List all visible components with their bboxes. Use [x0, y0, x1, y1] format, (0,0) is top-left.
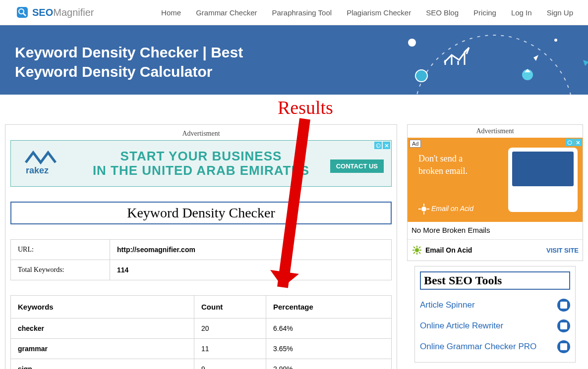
list-item: Online Article Rewriter	[420, 316, 570, 336]
device-icon	[508, 148, 578, 212]
nav-item-grammar-checker[interactable]: Grammar Checker	[196, 8, 257, 17]
tools-title-box: Best SEO Tools	[420, 271, 570, 290]
tool-link-article-rewriter[interactable]: Online Article Rewriter	[420, 321, 503, 331]
svg-point-32	[415, 248, 419, 252]
svg-marker-13	[533, 55, 538, 61]
svg-line-37	[413, 247, 415, 248]
table-row: URL: http://seomagnifier.com	[11, 240, 392, 260]
ad-brand-logo: rakez	[21, 148, 65, 179]
hero-banner: Keyword Density Checker | Best Keyword D…	[0, 25, 588, 95]
nav-item-home[interactable]: Home	[161, 8, 181, 17]
main-content: Advertisment rakez START YOUR BUSINESS I…	[5, 124, 397, 369]
svg-point-14	[554, 39, 557, 42]
svg-marker-15	[583, 60, 588, 66]
ad-close-icon[interactable]	[574, 139, 582, 146]
ad-cta-button[interactable]: CONTACT US	[330, 159, 384, 173]
tool-icon	[557, 319, 570, 332]
tool-link-article-spinner[interactable]: Article Spinner	[420, 300, 475, 310]
svg-text:rakez: rakez	[26, 165, 49, 175]
list-item: Article Spinner	[420, 295, 570, 316]
tool-title-box: Keyword Density Checker	[10, 202, 392, 224]
side-ad-container: Advertisment Ad Don't send a broken emai…	[407, 124, 583, 261]
annotation-label: Results	[278, 97, 333, 118]
hero-decoration	[390, 25, 588, 95]
side-ad-logo: Email on Acid	[418, 204, 473, 214]
ad-controls: i	[374, 142, 390, 149]
ad-label: Advertisment	[408, 127, 583, 135]
tool-icon	[557, 299, 570, 312]
ad-banner[interactable]: rakez START YOUR BUSINESS IN THE UNITED …	[10, 140, 392, 187]
ad-badge: Ad	[410, 140, 421, 148]
ad-controls	[566, 139, 582, 146]
nav-item-paraphrasing-tool[interactable]: Paraphrasing Tool	[272, 8, 332, 17]
table-row: sign 9 2.99%	[11, 359, 392, 369]
svg-rect-0	[17, 7, 28, 18]
tools-list: Article Spinner Online Article Rewriter …	[420, 295, 570, 357]
table-row: grammar 11 3.65%	[11, 339, 392, 359]
logo-text: SEOMagnifier	[32, 7, 94, 18]
svg-point-5	[415, 70, 427, 82]
svg-point-4	[408, 39, 416, 47]
svg-line-40	[419, 247, 420, 248]
star-icon	[412, 245, 422, 256]
tool-icon	[557, 340, 570, 353]
header-percentage: Percentage	[266, 296, 392, 318]
svg-point-29	[568, 141, 572, 145]
side-ad-caption: No More Broken Emails	[408, 226, 583, 239]
ad-banner-text: START YOUR BUSINESS IN THE UNITED ARAB E…	[93, 149, 309, 177]
main-nav: Home Grammar Checker Paraphrasing Tool P…	[161, 8, 573, 17]
ad-label: Advertisment	[10, 130, 392, 138]
svg-point-24	[421, 207, 426, 211]
url-label: URL:	[11, 240, 110, 260]
svg-text:i: i	[377, 144, 378, 148]
nav-item-pricing[interactable]: Pricing	[473, 8, 496, 17]
ad-close-icon[interactable]	[383, 142, 390, 149]
info-table: URL: http://seomagnifier.com Total Keywo…	[10, 239, 392, 280]
tools-box: Best SEO Tools Article Spinner Online Ar…	[414, 266, 576, 363]
table-row: checker 20 6.64%	[11, 318, 392, 339]
logo[interactable]: SEOMagnifier	[15, 5, 94, 20]
nav-item-login[interactable]: Log In	[511, 8, 532, 17]
svg-point-3	[414, 35, 573, 95]
table-row: Total Keywords: 114	[11, 260, 392, 280]
ad-info-icon[interactable]	[566, 139, 573, 146]
side-ad-footer: Email On Acid VISIT SITE	[408, 239, 583, 261]
side-ad-brand: Email On Acid	[412, 245, 472, 256]
ad-info-icon[interactable]: i	[374, 142, 382, 149]
header: SEOMagnifier Home Grammar Checker Paraph…	[0, 0, 588, 25]
header-keywords: Keywords	[11, 296, 194, 318]
side-ad-headline: Don't send a broken email.	[418, 153, 468, 177]
magnifier-icon	[15, 5, 30, 20]
url-value: http://seomagnifier.com	[110, 240, 392, 260]
nav-item-plagiarism-checker[interactable]: Plagiarism Checker	[347, 8, 411, 17]
list-item: Online Grammar Checker PRO	[420, 336, 570, 357]
sidebar: Advertisment Ad Don't send a broken emai…	[407, 124, 583, 369]
total-keywords-label: Total Keywords:	[11, 260, 110, 280]
nav-item-signup[interactable]: Sign Up	[547, 8, 573, 17]
results-table: Keywords Count Percentage checker 20 6.6…	[10, 295, 392, 369]
nav-item-seo-blog[interactable]: SEO Blog	[426, 8, 459, 17]
svg-line-38	[419, 252, 420, 254]
tool-link-grammar-checker[interactable]: Online Grammar Checker PRO	[420, 342, 536, 352]
tool-title: Keyword Density Checker	[14, 205, 388, 221]
visit-site-link[interactable]: VISIT SITE	[546, 247, 579, 254]
side-ad[interactable]: Ad Don't send a broken email. Email on A…	[408, 138, 583, 222]
header-count: Count	[194, 296, 266, 318]
svg-line-39	[413, 252, 415, 254]
tools-title: Best SEO Tools	[424, 274, 566, 287]
total-keywords-value: 114	[110, 260, 392, 280]
